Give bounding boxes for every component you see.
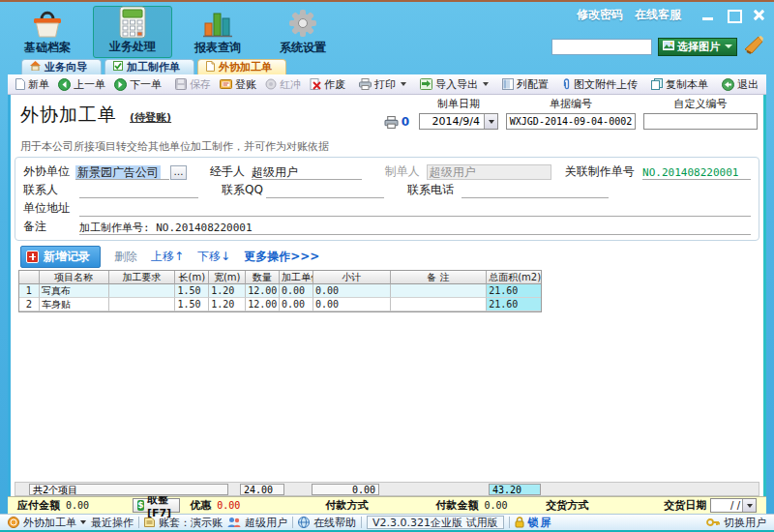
custom-number-input[interactable] bbox=[643, 113, 758, 130]
status-bar: 外协加工单 最近操作 账套：演示账 超级用户 在线帮助 V2.3.0.321企业… bbox=[0, 514, 774, 530]
payable-label: 应付金额 bbox=[17, 498, 60, 513]
account-set[interactable]: 账套：演示账 bbox=[144, 516, 223, 530]
online-service-link[interactable]: 在线客服 bbox=[635, 7, 681, 23]
statusbar-separator bbox=[509, 517, 510, 528]
chevron-down-icon[interactable] bbox=[742, 499, 756, 512]
chevron-down-icon[interactable] bbox=[484, 114, 497, 129]
move-up-button[interactable]: 上移↑ bbox=[151, 249, 184, 265]
pay-method-label: 付款方式 bbox=[325, 498, 368, 513]
print-count: 0 bbox=[384, 115, 409, 129]
minimize-button[interactable] bbox=[700, 9, 716, 21]
save-button[interactable]: 保存 bbox=[171, 76, 215, 93]
delivery-date-input[interactable]: / / bbox=[710, 498, 757, 513]
prev-doc-button[interactable]: 上一单 bbox=[54, 76, 109, 93]
close-button[interactable] bbox=[751, 9, 766, 21]
items-table: 项目名称 加工要求 长(m) 宽(m) 数量 加工单价 小计 备 注 总面积(m… bbox=[18, 270, 542, 312]
image-path-input[interactable] bbox=[551, 39, 652, 55]
ribbon-item-label: 基础档案 bbox=[24, 40, 71, 56]
column-config-button[interactable]: 列配置 bbox=[498, 76, 552, 93]
add-record-button[interactable]: 新增记录 bbox=[20, 246, 101, 268]
summary-count: 共2个项目 bbox=[29, 484, 228, 495]
address-input[interactable] bbox=[79, 202, 751, 217]
order-form: 外协单位 新景园广告公司 … 经手人 超级用户 制单人 超级用户 关联制作单号 … bbox=[15, 157, 759, 241]
new-doc-button[interactable]: 新单 bbox=[12, 76, 53, 93]
copy-doc-button[interactable]: 复制本单 bbox=[647, 76, 712, 93]
form-row-2: 联系人 联系QQ 联系电话 bbox=[23, 181, 751, 198]
chevron-down-icon bbox=[80, 520, 86, 524]
check-icon bbox=[113, 61, 123, 74]
form-row-1: 外协单位 新景园广告公司 … 经手人 超级用户 制单人 超级用户 关联制作单号 … bbox=[23, 163, 751, 180]
delivery-date-label: 交货日期 bbox=[664, 498, 706, 513]
ribbon-item-base-archive[interactable]: 基础档案 bbox=[8, 6, 87, 58]
switch-user-button[interactable]: 切换用户 bbox=[706, 516, 766, 530]
lock-icon bbox=[515, 517, 524, 528]
tab-outsource-order[interactable]: 外协加工单 bbox=[197, 59, 286, 74]
discount-value: 0.00 bbox=[217, 500, 240, 511]
handler-label: 经手人 bbox=[210, 163, 252, 180]
maximize-button[interactable] bbox=[726, 9, 741, 21]
recent-actions[interactable]: 最近操作 bbox=[91, 516, 134, 530]
doc-type-menu[interactable]: 外协加工单 bbox=[8, 516, 86, 530]
related-order-link[interactable]: NO.201408220001 bbox=[642, 165, 751, 180]
online-help[interactable]: 在线帮助 bbox=[298, 516, 356, 530]
app-window: 基础档案 业务处理 bbox=[0, 0, 774, 532]
page-title: 外协加工单 bbox=[20, 103, 117, 128]
tab-processing-order[interactable]: 加工制作单 bbox=[104, 59, 194, 74]
handler-input[interactable]: 超级用户 bbox=[252, 165, 362, 180]
ledger-icon bbox=[220, 78, 232, 90]
ribbon-item-settings[interactable]: 系统设置 bbox=[263, 6, 342, 58]
delete-record-button[interactable]: 删除 bbox=[114, 249, 137, 265]
remark-input[interactable]: 加工制作单号: NO.201408220001 bbox=[79, 221, 751, 235]
record-actions: 新增记录 删除 上移↑ 下移↓ 更多操作>>> bbox=[20, 245, 759, 268]
attachment-upload-button[interactable]: 图文附件上传 bbox=[558, 76, 641, 93]
date-field-group: 制单日期 2014/9/4 bbox=[419, 97, 498, 130]
vendor-input[interactable]: 新景园广告公司 bbox=[75, 165, 169, 180]
date-label: 制单日期 bbox=[437, 97, 480, 111]
col-qty: 数量 bbox=[246, 271, 280, 284]
number-label: 单据编号 bbox=[550, 97, 592, 111]
ribbon-item-reports[interactable]: 报表查询 bbox=[178, 6, 257, 58]
void-button[interactable]: 作废 bbox=[306, 76, 349, 93]
chevron-down-icon bbox=[401, 82, 406, 86]
round-button[interactable]: 取整[F7] bbox=[133, 498, 180, 513]
table-row[interactable]: 2 车身贴 1.50 1.20 12.00 0.00 0.00 21.60 bbox=[19, 298, 541, 311]
table-header-row: 项目名称 加工要求 长(m) 宽(m) 数量 加工单价 小计 备 注 总面积(m… bbox=[19, 271, 541, 284]
contact-input[interactable] bbox=[79, 184, 198, 198]
calculator-icon bbox=[118, 6, 147, 39]
gear-icon bbox=[287, 6, 318, 40]
document-number-field[interactable]: WXJGD-2014-09-04-0002 bbox=[506, 113, 636, 130]
more-actions-button[interactable]: 更多操作>>> bbox=[244, 249, 319, 265]
chevron-down-icon bbox=[725, 44, 732, 48]
vendor-browse-button[interactable]: … bbox=[170, 165, 187, 180]
arrow-left-icon bbox=[58, 78, 71, 91]
red-reverse-button[interactable]: 红冲 bbox=[261, 76, 305, 93]
horn-icon[interactable] bbox=[743, 34, 764, 59]
next-doc-button[interactable]: 下一单 bbox=[110, 76, 165, 93]
move-down-button[interactable]: 下移↓ bbox=[197, 249, 230, 265]
ribbon-item-business[interactable]: 业务处理 bbox=[93, 6, 172, 58]
status-link[interactable]: (待登账) bbox=[130, 111, 171, 124]
change-password-link[interactable]: 修改密码 bbox=[577, 7, 623, 23]
select-image-button[interactable]: 选择图片 bbox=[658, 38, 737, 56]
plus-icon bbox=[26, 251, 39, 263]
qq-input[interactable] bbox=[266, 184, 384, 198]
lock-screen-button[interactable]: 锁屏 bbox=[515, 516, 553, 530]
table-row[interactable]: 1 写真布 1.50 1.20 12.00 0.00 0.00 21.60 bbox=[19, 284, 541, 298]
current-user[interactable]: 超级用户 bbox=[227, 516, 287, 530]
form-row-4: 备注 加工制作单号: NO.201408220001 bbox=[23, 218, 751, 235]
import-export-button[interactable]: 导入导出 bbox=[416, 76, 492, 93]
phone-input[interactable] bbox=[461, 184, 609, 198]
main-panel: 外协加工单 (待登账) 0 制单日期 2014/9/4 单据编号 WXJGD-2… bbox=[8, 95, 766, 496]
post-account-button[interactable]: 登账 bbox=[216, 76, 260, 93]
document-description: 用于本公司所接项目转交给其他单位加工制作，并可作为对账依据 bbox=[20, 139, 759, 154]
col-requirement: 加工要求 bbox=[109, 271, 176, 284]
pay-amount-value: 0.00 bbox=[484, 500, 511, 511]
date-input[interactable]: 2014/9/4 bbox=[419, 113, 498, 130]
summary-qty-total: 24.00 bbox=[240, 484, 284, 495]
payable-value: 0.00 bbox=[66, 500, 104, 511]
basket-icon bbox=[30, 6, 65, 40]
select-image-label: 选择图片 bbox=[677, 40, 720, 54]
print-button[interactable]: 打印 bbox=[355, 76, 410, 93]
exit-button[interactable]: 退出 bbox=[718, 76, 762, 93]
tab-business-wizard[interactable]: 业务向导 bbox=[21, 59, 102, 74]
